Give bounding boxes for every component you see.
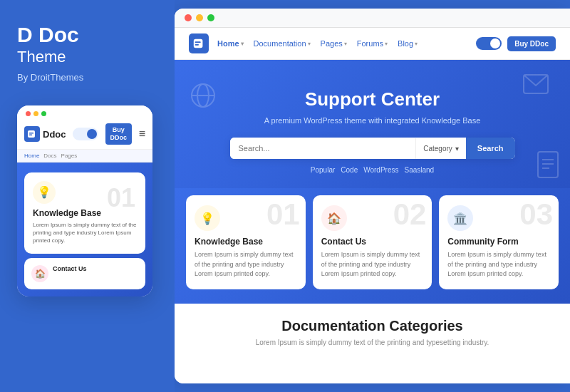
mobile-hamburger-icon[interactable]: ≡ [139, 128, 145, 140]
nav-link-forums[interactable]: Forums ▾ [357, 39, 388, 48]
site-nav-links: Home ▾ Documentation ▾ Pages ▾ Forums ▾ … [217, 39, 476, 48]
logo-svg [27, 129, 37, 139]
mobile-card-icon-contact: 🏠 [31, 265, 48, 282]
mobile-toggle-knob [87, 129, 97, 139]
site-content: Home ▾ Documentation ▾ Pages ▾ Forums ▾ … [175, 28, 570, 383]
site-nav: Home ▾ Documentation ▾ Pages ▾ Forums ▾ … [175, 28, 570, 60]
mobile-card-icon-bulb: 💡 [33, 181, 56, 204]
mobile-card-1: 01 💡 Knowledge Base Lorem Ipsum is simpl… [24, 172, 145, 254]
search-category-dropdown[interactable]: Category ▾ [415, 138, 466, 159]
tag-popular[interactable]: Popular [311, 166, 335, 174]
hero-subtitle: A premium WordPress theme with integrate… [196, 116, 549, 125]
chevron-down-icon: ▾ [241, 41, 244, 47]
nav-link-home[interactable]: Home ▾ [217, 39, 244, 48]
browser-dot-red [185, 14, 192, 21]
brand-subtitle: Theme [17, 48, 157, 66]
card-community-form: 03 🏛️ Community Form Lorem Ipsum is simp… [439, 195, 559, 289]
svg-rect-4 [195, 41, 201, 43]
card-knowledge-base: 01 💡 Knowledge Base Lorem Ipsum is simpl… [186, 195, 306, 289]
mobile-hero: 01 💡 Knowledge Base Lorem Ipsum is simpl… [17, 163, 152, 296]
card-number-1: 01 [266, 200, 300, 229]
hero-deco-globe [189, 81, 217, 113]
toggle-knob [490, 38, 500, 48]
mobile-card-2-title: Contact Us [53, 265, 87, 272]
tag-wordpress[interactable]: WordPress [363, 166, 398, 174]
search-input[interactable] [230, 138, 416, 159]
svg-rect-0 [28, 130, 35, 138]
mobile-buy-button[interactable]: Buy DDoc [105, 123, 133, 145]
svg-rect-1 [29, 133, 33, 134]
subnav-home[interactable]: Home [24, 153, 39, 159]
mobile-subnav: Home Docs Pages [17, 150, 152, 163]
svg-rect-3 [194, 39, 203, 48]
chevron-down-icon: ▾ [385, 41, 388, 47]
card-text-1: Lorem Ipsum is simply dummy text of the … [195, 250, 297, 279]
mobile-logo-icon [24, 126, 40, 142]
site-hero: Support Center A premium WordPress theme… [175, 60, 570, 188]
card-icon-contact: 🏠 [321, 205, 347, 231]
brand-title: D Doc [17, 23, 157, 46]
mobile-toggle[interactable] [73, 128, 98, 140]
subnav-docs[interactable]: Docs [43, 153, 56, 159]
browser-bar [175, 9, 570, 28]
site-bottom: Documentation Categories Lorem Ipsum is … [175, 304, 570, 354]
search-tags: Popular Code WordPress Saasland [196, 166, 549, 174]
left-panel: D Doc Theme By DroitThemes Ddoc [0, 0, 175, 392]
mobile-top-bar [17, 105, 152, 119]
bottom-title: Documentation Categories [196, 318, 549, 334]
nav-link-pages[interactable]: Pages ▾ [321, 39, 347, 48]
mobile-logo-text: Ddoc [43, 129, 66, 140]
site-toggle-switch[interactable] [476, 37, 502, 50]
card-number-3: 03 [519, 200, 553, 229]
hero-title: Support Center [196, 88, 549, 110]
subnav-pages[interactable]: Pages [61, 153, 78, 159]
mobile-dot-yellow [33, 111, 38, 116]
svg-rect-2 [29, 135, 32, 136]
search-button[interactable]: Search [466, 138, 515, 159]
buy-button[interactable]: Buy DDoc [507, 36, 556, 51]
svg-rect-5 [195, 44, 199, 46]
card-title-1: Knowledge Base [195, 237, 297, 247]
mobile-card-2: 🏠 Contact Us [24, 258, 145, 289]
site-logo [189, 33, 209, 53]
card-title-2: Contact Us [321, 237, 424, 247]
mobile-card-text: Lorem Ipsum is simply dummy text of the … [33, 221, 137, 245]
card-icon-bulb: 💡 [195, 205, 220, 231]
card-title-3: Community Form [447, 237, 550, 247]
chevron-down-icon: ▾ [344, 41, 347, 47]
chevron-down-icon: ▾ [308, 41, 311, 47]
card-text-3: Lorem Ipsum is simply dummy text of the … [447, 250, 550, 279]
hero-deco-envelope [523, 74, 549, 97]
search-bar: Category ▾ Search [230, 138, 515, 159]
mobile-dot-red [26, 111, 31, 116]
mobile-nav: Ddoc Buy DDoc ≡ [17, 119, 152, 150]
mobile-mockup: Ddoc Buy DDoc ≡ Home Docs Pages 01 💡 Kno… [17, 105, 152, 296]
tag-saasland[interactable]: Saasland [404, 166, 434, 174]
bottom-text: Lorem Ipsum is simply dummy text of the … [196, 339, 549, 346]
nav-link-blog[interactable]: Blog ▾ [398, 39, 418, 48]
card-text-2: Lorem Ipsum is simply dummy text of the … [321, 250, 424, 279]
mobile-logo-box: Ddoc [24, 126, 66, 142]
brand-by: By DroitThemes [17, 72, 157, 83]
browser-mockup: Home ▾ Documentation ▾ Pages ▾ Forums ▾ … [175, 9, 570, 383]
mobile-dot-green [41, 111, 46, 116]
feature-cards-section: 01 💡 Knowledge Base Lorem Ipsum is simpl… [175, 188, 570, 304]
browser-dot-green [207, 14, 214, 21]
tag-code[interactable]: Code [341, 166, 358, 174]
browser-dot-yellow [196, 14, 203, 21]
card-icon-community: 🏛️ [447, 205, 473, 231]
site-nav-right: Buy DDoc [476, 36, 556, 51]
card-number-2: 02 [393, 200, 427, 229]
category-label: Category [423, 145, 452, 153]
chevron-down-icon: ▾ [415, 41, 418, 47]
category-chevron-icon: ▾ [455, 145, 459, 153]
mobile-card-number: 01 [107, 185, 135, 211]
site-logo-icon [192, 37, 205, 50]
hero-deco-doc [537, 151, 559, 181]
nav-link-documentation[interactable]: Documentation ▾ [254, 39, 311, 48]
card-contact-us: 02 🏠 Contact Us Lorem Ipsum is simply du… [313, 195, 432, 289]
